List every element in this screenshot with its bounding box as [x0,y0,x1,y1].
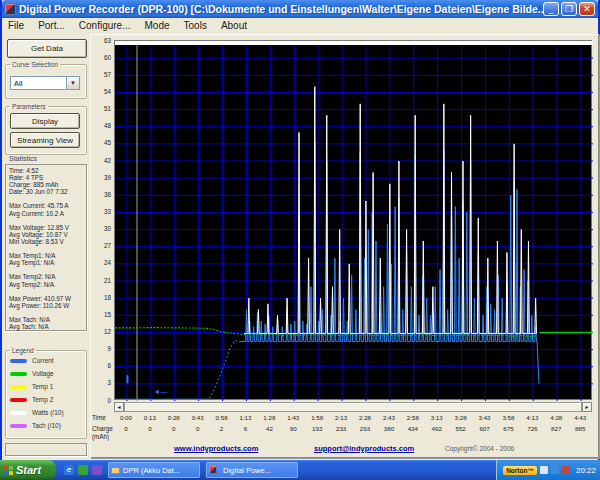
title-bar[interactable]: Digital Power Recorder (DPR-100) [C:\Dok… [2,0,598,18]
y-tick-label: 60 [104,54,111,61]
curve-select-dropdown[interactable]: All ▼ [10,76,80,90]
legend-entry-label: Voltage [32,370,54,377]
time-tick-label: 0:28 [162,414,186,423]
task-button-dpr[interactable]: Digital Powe... [206,462,298,478]
media-player-icon[interactable] [92,465,102,475]
y-tick-label: 27 [104,242,111,249]
copyright-text: Copyright© 2004 - 2006 [445,445,514,452]
system-tray: Norton™ 20:22 [496,460,600,480]
scroll-right-icon[interactable]: ► [582,402,592,412]
menu-item-about[interactable]: About [221,20,247,31]
legend-entry: Voltage [6,367,86,380]
time-axis-caption: Time [92,414,113,421]
menu-item-configure[interactable]: Configure... [79,20,131,31]
stat-line: Avg Temp2: N/A [9,281,86,288]
display-button[interactable]: Display [10,113,80,129]
time-tick-label: 3:58 [497,414,521,423]
legend-swatch-icon [10,411,27,415]
y-tick-label: 6 [107,362,111,369]
tray-icon-3[interactable] [562,466,570,474]
stat-line: Max Tach: N/A [9,316,86,323]
time-tick-label: 3:43 [473,414,497,423]
legend-entry-label: Temp 2 [32,396,53,403]
legend-group: Legend CurrentVoltageTemp 1Temp 2Watts (… [5,347,87,439]
time-tick-label: 3:13 [425,414,449,423]
y-axis-labels: 6360575451484542393633302724211815129630 [90,40,113,400]
stat-line [9,217,86,224]
scrollbar-thumb[interactable] [124,402,582,412]
y-tick-label: 24 [104,259,111,266]
charge-axis-unit: (mAh) [92,433,113,440]
stat-line: Charge: 885 mAh [9,181,86,188]
time-tick-label: 0:58 [210,414,234,423]
footer-row: www.indyproducts.com support@indyproduct… [90,444,599,456]
window-title: Digital Power Recorder (DPR-100) [C:\Dok… [19,3,543,15]
ie-icon[interactable]: e [64,465,74,475]
time-tick-label: 0:13 [138,414,162,423]
charge-tick-label: 380 [377,425,401,434]
charge-tick-label: 885 [568,425,592,434]
legend-swatch-icon [10,385,27,389]
y-tick-label: 30 [104,225,111,232]
streaming-view-button[interactable]: Streaming View [10,132,80,148]
parameters-label: Parameters [10,103,48,110]
time-tick-label: 4:28 [544,414,568,423]
tray-icon-1[interactable] [540,466,548,474]
stat-line: Time: 4:52 [9,167,86,174]
menu-bar: FilePort...Configure...ModeToolsAbout [2,18,598,32]
legend-entry: Tach (/10) [6,419,86,432]
charge-tick-label: 0 [138,425,162,434]
norton-badge[interactable]: Norton™ [503,466,537,475]
legend-entry: Watts (/10) [6,406,86,419]
plot-svg[interactable]: ◄— [115,41,593,401]
stat-line: Avg Temp1: N/A [9,259,86,266]
get-data-button[interactable]: Get Data [7,39,87,58]
restore-button[interactable]: ❐ [561,2,577,16]
horizontal-scrollbar[interactable]: ◄ ► [114,402,592,412]
legend-entry: Current [6,354,86,367]
charge-tick-label: 675 [497,425,521,434]
charge-tick-label: 90 [281,425,305,434]
charge-tick-label: 552 [449,425,473,434]
windows-flag-icon [4,466,13,475]
folder-icon [111,467,120,474]
website-link[interactable]: www.indyproducts.com [174,444,258,453]
statistics-label: Statistics [9,155,37,162]
charge-tick-label: 492 [425,425,449,434]
charge-tick-label: 2 [210,425,234,434]
stat-line: Max Power: 410.97 W [9,295,86,302]
show-desktop-icon[interactable] [78,465,88,475]
y-tick-label: 18 [104,294,111,301]
stat-line: Avg Current: 10.2 A [9,210,86,217]
menu-item-file[interactable]: File [8,20,24,31]
stat-line [9,245,86,252]
time-tick-label: 1:43 [281,414,305,423]
support-email-link[interactable]: support@indyproducts.com [314,444,414,453]
menu-item-port[interactable]: Port... [38,20,65,31]
app-window: Digital Power Recorder (DPR-100) [C:\Dok… [0,0,600,460]
app-icon [5,4,16,15]
task-button-folder[interactable]: DPR (Akku Dat... [108,462,200,478]
charge-tick-label: 0 [114,425,138,434]
menu-item-tools[interactable]: Tools [184,20,207,31]
y-tick-label: 63 [104,37,111,44]
stat-line [9,195,86,202]
close-button[interactable]: ✕ [579,2,595,16]
tray-icon-2[interactable] [551,466,559,474]
legend-entry: Temp 1 [6,380,86,393]
y-tick-label: 54 [104,88,111,95]
menu-item-mode[interactable]: Mode [145,20,170,31]
minimize-button[interactable]: _ [543,2,559,16]
charge-axis-row: 0000264290193233293380434492552607675726… [114,425,592,434]
start-button[interactable]: Start [0,460,56,480]
chevron-down-icon[interactable]: ▼ [66,77,79,89]
scroll-left-icon[interactable]: ◄ [114,402,124,412]
stat-line: Max Temp1: N/A [9,252,86,259]
time-tick-label: 2:58 [401,414,425,423]
plot-area[interactable]: ◄— [114,40,592,400]
time-tick-label: 4:13 [520,414,544,423]
y-tick-label: 15 [104,311,111,318]
y-tick-label: 3 [107,379,111,386]
time-tick-label: 3:28 [449,414,473,423]
charge-tick-label: 726 [520,425,544,434]
